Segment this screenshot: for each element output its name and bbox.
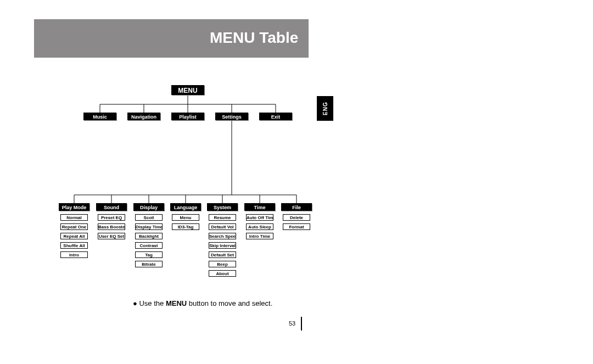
- group-header: System: [207, 203, 238, 211]
- menu-leaf: About: [209, 270, 236, 277]
- menu-leaf: Backlight: [135, 233, 163, 239]
- menu-leaf: Display Time: [135, 223, 163, 230]
- group-header: Time: [244, 203, 275, 211]
- page-number-divider: [301, 317, 302, 331]
- menu-leaf: Bitrate: [135, 261, 163, 267]
- menu-leaf: Menu: [172, 214, 199, 221]
- group-header: Sound Effect: [96, 203, 127, 211]
- page-number: 53: [289, 320, 295, 327]
- menu-leaf: Repeat All: [60, 233, 88, 239]
- menu-leaf: Auto Sleep: [246, 223, 273, 230]
- menu-leaf: Bass Booster: [98, 223, 125, 230]
- group-header: Language: [170, 203, 201, 211]
- menu-leaf: User EQ Set: [98, 233, 125, 239]
- level1-node: Navigation: [127, 113, 160, 120]
- menu-leaf: Shuffle All: [60, 242, 88, 249]
- menu-leaf: Auto Off Time: [246, 214, 273, 221]
- level1-node: Playlist: [171, 113, 204, 120]
- group-header: File: [281, 203, 312, 211]
- menu-leaf: Tag: [135, 251, 163, 258]
- group-header: Display: [133, 203, 164, 211]
- menu-leaf: Repeat One: [60, 223, 88, 230]
- menu-leaf: Preset EQ: [98, 214, 125, 221]
- menu-leaf: Search Speed: [209, 233, 236, 239]
- level1-node: Settings: [215, 113, 248, 120]
- menu-leaf: Delete: [283, 214, 310, 221]
- group-header: Play Mode: [59, 203, 89, 211]
- menu-leaf: Default Set: [209, 251, 236, 258]
- menu-leaf: Resume: [209, 214, 236, 221]
- footnote-bold: MENU: [166, 299, 187, 307]
- menu-leaf: Scoll: [135, 214, 163, 221]
- footnote: ● Use the MENU button to move and select…: [133, 299, 272, 307]
- page-title: MENU Table: [210, 29, 298, 47]
- menu-leaf: Format: [283, 223, 310, 230]
- level1-node: Music: [83, 113, 116, 120]
- footnote-prefix: ● Use the: [133, 299, 166, 307]
- footnote-suffix: button to move and select.: [187, 299, 272, 307]
- menu-leaf: Intro: [60, 251, 88, 258]
- menu-leaf: Normal: [60, 214, 88, 221]
- header-divider: [306, 32, 309, 57]
- menu-leaf: Default Vol: [209, 223, 236, 230]
- menu-leaf: Beep: [209, 261, 236, 267]
- menu-leaf: ID3-Tag: [172, 223, 199, 230]
- menu-root-node: MENU: [171, 85, 204, 95]
- level1-node: Exit: [259, 113, 292, 120]
- menu-leaf: Contrast: [135, 242, 163, 249]
- menu-leaf: Skip Interval: [209, 242, 236, 249]
- menu-leaf: Intro Time: [246, 233, 273, 239]
- menu-tree-diagram: MENU Music Navigation Playlist Settings …: [56, 85, 320, 305]
